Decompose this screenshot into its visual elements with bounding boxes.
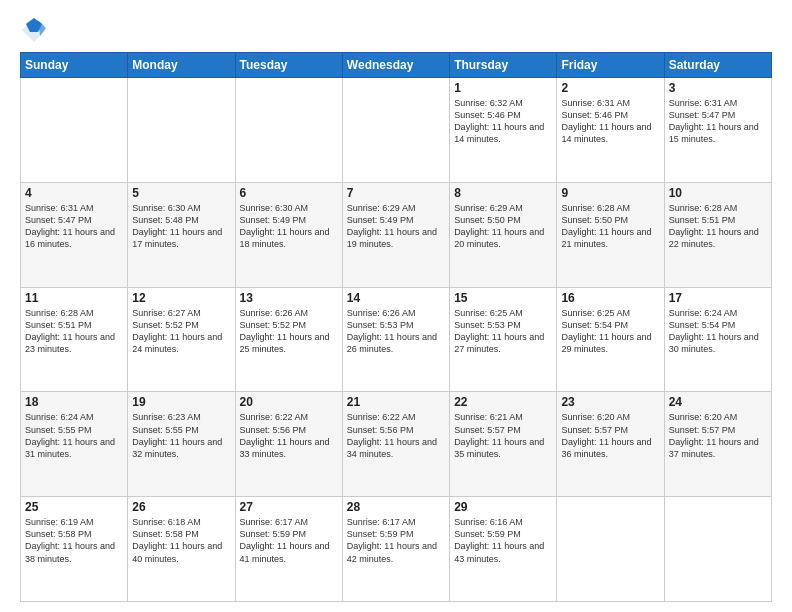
calendar-week-3: 11Sunrise: 6:28 AM Sunset: 5:51 PM Dayli…: [21, 287, 772, 392]
day-info: Sunrise: 6:27 AM Sunset: 5:52 PM Dayligh…: [132, 307, 230, 356]
logo-icon: [20, 16, 48, 44]
day-info: Sunrise: 6:28 AM Sunset: 5:51 PM Dayligh…: [669, 202, 767, 251]
day-number: 7: [347, 186, 445, 200]
day-info: Sunrise: 6:25 AM Sunset: 5:53 PM Dayligh…: [454, 307, 552, 356]
calendar-cell: 13Sunrise: 6:26 AM Sunset: 5:52 PM Dayli…: [235, 287, 342, 392]
page: SundayMondayTuesdayWednesdayThursdayFrid…: [0, 0, 792, 612]
day-number: 2: [561, 81, 659, 95]
day-number: 17: [669, 291, 767, 305]
calendar-week-4: 18Sunrise: 6:24 AM Sunset: 5:55 PM Dayli…: [21, 392, 772, 497]
day-info: Sunrise: 6:18 AM Sunset: 5:58 PM Dayligh…: [132, 516, 230, 565]
day-info: Sunrise: 6:24 AM Sunset: 5:55 PM Dayligh…: [25, 411, 123, 460]
calendar-cell: [235, 78, 342, 183]
calendar-cell: 8Sunrise: 6:29 AM Sunset: 5:50 PM Daylig…: [450, 182, 557, 287]
calendar-cell: [21, 78, 128, 183]
day-number: 23: [561, 395, 659, 409]
calendar-cell: 26Sunrise: 6:18 AM Sunset: 5:58 PM Dayli…: [128, 497, 235, 602]
day-info: Sunrise: 6:19 AM Sunset: 5:58 PM Dayligh…: [25, 516, 123, 565]
calendar-header-friday: Friday: [557, 53, 664, 78]
day-info: Sunrise: 6:21 AM Sunset: 5:57 PM Dayligh…: [454, 411, 552, 460]
calendar-cell: 17Sunrise: 6:24 AM Sunset: 5:54 PM Dayli…: [664, 287, 771, 392]
day-info: Sunrise: 6:22 AM Sunset: 5:56 PM Dayligh…: [347, 411, 445, 460]
calendar-cell: 15Sunrise: 6:25 AM Sunset: 5:53 PM Dayli…: [450, 287, 557, 392]
day-info: Sunrise: 6:31 AM Sunset: 5:47 PM Dayligh…: [25, 202, 123, 251]
day-number: 9: [561, 186, 659, 200]
calendar-cell: 1Sunrise: 6:32 AM Sunset: 5:46 PM Daylig…: [450, 78, 557, 183]
calendar-cell: 4Sunrise: 6:31 AM Sunset: 5:47 PM Daylig…: [21, 182, 128, 287]
calendar-cell: 16Sunrise: 6:25 AM Sunset: 5:54 PM Dayli…: [557, 287, 664, 392]
day-number: 6: [240, 186, 338, 200]
calendar-cell: 18Sunrise: 6:24 AM Sunset: 5:55 PM Dayli…: [21, 392, 128, 497]
day-info: Sunrise: 6:28 AM Sunset: 5:51 PM Dayligh…: [25, 307, 123, 356]
day-info: Sunrise: 6:23 AM Sunset: 5:55 PM Dayligh…: [132, 411, 230, 460]
day-info: Sunrise: 6:31 AM Sunset: 5:46 PM Dayligh…: [561, 97, 659, 146]
calendar-cell: 24Sunrise: 6:20 AM Sunset: 5:57 PM Dayli…: [664, 392, 771, 497]
day-number: 11: [25, 291, 123, 305]
calendar-cell: 29Sunrise: 6:16 AM Sunset: 5:59 PM Dayli…: [450, 497, 557, 602]
calendar-cell: 22Sunrise: 6:21 AM Sunset: 5:57 PM Dayli…: [450, 392, 557, 497]
calendar-cell: 25Sunrise: 6:19 AM Sunset: 5:58 PM Dayli…: [21, 497, 128, 602]
logo: [20, 16, 52, 44]
day-number: 27: [240, 500, 338, 514]
calendar-week-1: 1Sunrise: 6:32 AM Sunset: 5:46 PM Daylig…: [21, 78, 772, 183]
day-info: Sunrise: 6:32 AM Sunset: 5:46 PM Dayligh…: [454, 97, 552, 146]
day-number: 13: [240, 291, 338, 305]
day-number: 28: [347, 500, 445, 514]
calendar-cell: 23Sunrise: 6:20 AM Sunset: 5:57 PM Dayli…: [557, 392, 664, 497]
calendar-cell: 14Sunrise: 6:26 AM Sunset: 5:53 PM Dayli…: [342, 287, 449, 392]
day-number: 19: [132, 395, 230, 409]
day-number: 12: [132, 291, 230, 305]
day-number: 10: [669, 186, 767, 200]
calendar-cell: [128, 78, 235, 183]
day-info: Sunrise: 6:17 AM Sunset: 5:59 PM Dayligh…: [347, 516, 445, 565]
header: [20, 16, 772, 44]
calendar-cell: [557, 497, 664, 602]
calendar-table: SundayMondayTuesdayWednesdayThursdayFrid…: [20, 52, 772, 602]
day-info: Sunrise: 6:26 AM Sunset: 5:53 PM Dayligh…: [347, 307, 445, 356]
calendar-cell: 27Sunrise: 6:17 AM Sunset: 5:59 PM Dayli…: [235, 497, 342, 602]
calendar-cell: 11Sunrise: 6:28 AM Sunset: 5:51 PM Dayli…: [21, 287, 128, 392]
calendar-cell: 12Sunrise: 6:27 AM Sunset: 5:52 PM Dayli…: [128, 287, 235, 392]
day-info: Sunrise: 6:30 AM Sunset: 5:48 PM Dayligh…: [132, 202, 230, 251]
day-number: 21: [347, 395, 445, 409]
day-number: 29: [454, 500, 552, 514]
day-info: Sunrise: 6:31 AM Sunset: 5:47 PM Dayligh…: [669, 97, 767, 146]
day-info: Sunrise: 6:30 AM Sunset: 5:49 PM Dayligh…: [240, 202, 338, 251]
day-number: 1: [454, 81, 552, 95]
day-number: 14: [347, 291, 445, 305]
calendar-cell: [664, 497, 771, 602]
calendar-cell: 19Sunrise: 6:23 AM Sunset: 5:55 PM Dayli…: [128, 392, 235, 497]
calendar-header-wednesday: Wednesday: [342, 53, 449, 78]
day-number: 8: [454, 186, 552, 200]
calendar-header-sunday: Sunday: [21, 53, 128, 78]
calendar-cell: 21Sunrise: 6:22 AM Sunset: 5:56 PM Dayli…: [342, 392, 449, 497]
day-number: 15: [454, 291, 552, 305]
calendar-header-row: SundayMondayTuesdayWednesdayThursdayFrid…: [21, 53, 772, 78]
calendar-cell: 28Sunrise: 6:17 AM Sunset: 5:59 PM Dayli…: [342, 497, 449, 602]
day-info: Sunrise: 6:28 AM Sunset: 5:50 PM Dayligh…: [561, 202, 659, 251]
calendar-header-tuesday: Tuesday: [235, 53, 342, 78]
day-info: Sunrise: 6:22 AM Sunset: 5:56 PM Dayligh…: [240, 411, 338, 460]
calendar-cell: [342, 78, 449, 183]
day-info: Sunrise: 6:20 AM Sunset: 5:57 PM Dayligh…: [561, 411, 659, 460]
day-number: 25: [25, 500, 123, 514]
day-number: 22: [454, 395, 552, 409]
calendar-header-saturday: Saturday: [664, 53, 771, 78]
day-number: 26: [132, 500, 230, 514]
calendar-header-monday: Monday: [128, 53, 235, 78]
day-number: 20: [240, 395, 338, 409]
calendar-cell: 10Sunrise: 6:28 AM Sunset: 5:51 PM Dayli…: [664, 182, 771, 287]
calendar-cell: 2Sunrise: 6:31 AM Sunset: 5:46 PM Daylig…: [557, 78, 664, 183]
day-info: Sunrise: 6:26 AM Sunset: 5:52 PM Dayligh…: [240, 307, 338, 356]
day-info: Sunrise: 6:25 AM Sunset: 5:54 PM Dayligh…: [561, 307, 659, 356]
calendar-header-thursday: Thursday: [450, 53, 557, 78]
day-info: Sunrise: 6:29 AM Sunset: 5:50 PM Dayligh…: [454, 202, 552, 251]
calendar-cell: 9Sunrise: 6:28 AM Sunset: 5:50 PM Daylig…: [557, 182, 664, 287]
day-number: 16: [561, 291, 659, 305]
day-info: Sunrise: 6:24 AM Sunset: 5:54 PM Dayligh…: [669, 307, 767, 356]
calendar-cell: 20Sunrise: 6:22 AM Sunset: 5:56 PM Dayli…: [235, 392, 342, 497]
day-number: 3: [669, 81, 767, 95]
day-info: Sunrise: 6:29 AM Sunset: 5:49 PM Dayligh…: [347, 202, 445, 251]
day-number: 5: [132, 186, 230, 200]
calendar-cell: 7Sunrise: 6:29 AM Sunset: 5:49 PM Daylig…: [342, 182, 449, 287]
